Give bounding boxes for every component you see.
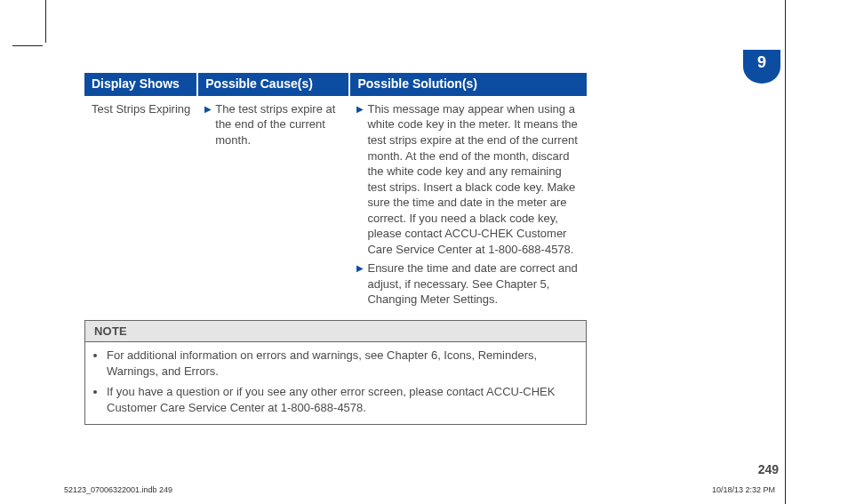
col-header-cause: Possible Cause(s) — [197, 73, 349, 96]
solution-text: Ensure the time and date are correct and… — [367, 260, 580, 308]
print-footer: 52123_07006322001.indb 249 10/18/13 2:32… — [64, 485, 775, 494]
cause-text: The test strips expire at the end of the… — [215, 101, 342, 148]
footer-left: 52123_07006322001.indb 249 — [64, 485, 172, 494]
note-box: NOTE For additional information on error… — [84, 320, 587, 425]
note-item: For additional information on errors and… — [107, 348, 577, 379]
cell-display: Test Strips Expiring — [84, 96, 197, 313]
page-number: 249 — [758, 462, 779, 476]
note-heading: NOTE — [85, 321, 586, 342]
note-item: If you have a question or if you see any… — [107, 384, 577, 415]
troubleshooting-table: Display Shows Possible Cause(s) Possible… — [84, 73, 587, 313]
solution-text: This message may appear when using a whi… — [367, 101, 580, 257]
col-header-solution: Possible Solution(s) — [349, 73, 587, 96]
page-content: Display Shows Possible Cause(s) Possible… — [84, 73, 760, 425]
col-header-display: Display Shows — [84, 73, 197, 96]
triangle-icon: ▶ — [356, 103, 364, 116]
table-row: Test Strips Expiring ▶ The test strips e… — [84, 96, 587, 313]
triangle-icon: ▶ — [204, 103, 212, 116]
cell-solutions: ▶ This message may appear when using a w… — [349, 96, 587, 313]
triangle-icon: ▶ — [356, 262, 364, 275]
footer-right: 10/18/13 2:32 PM — [712, 485, 775, 494]
cell-causes: ▶ The test strips expire at the end of t… — [197, 96, 349, 313]
